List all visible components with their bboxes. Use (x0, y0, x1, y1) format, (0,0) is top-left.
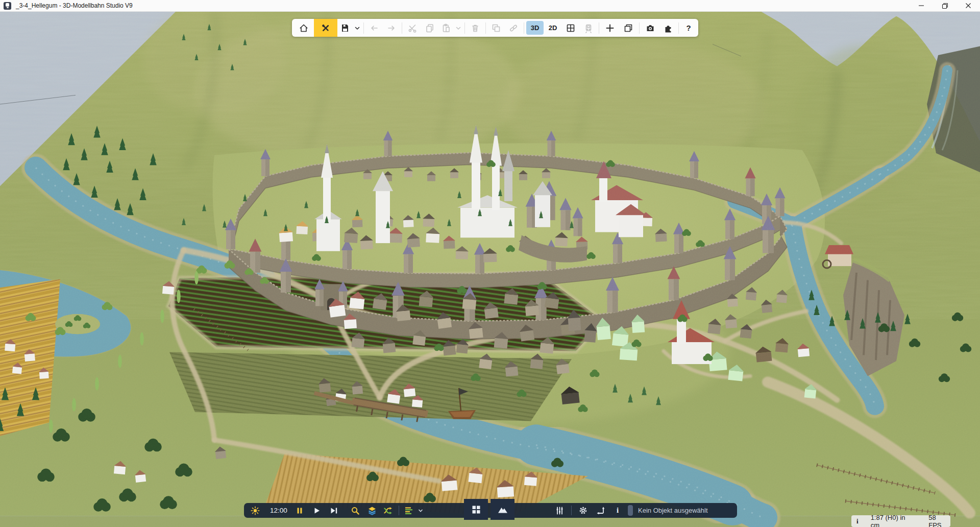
save-menu-chevron[interactable] (353, 19, 362, 37)
cut-button[interactable] (404, 19, 421, 37)
grid4-view-button[interactable] (464, 499, 488, 520)
tools-button[interactable] (314, 19, 337, 37)
list-chevron[interactable] (415, 503, 426, 518)
camera-screenshot-button[interactable] (641, 19, 659, 37)
home-button[interactable] (293, 19, 314, 37)
step-forward-button[interactable] (328, 503, 340, 518)
pause-button[interactable] (294, 503, 305, 518)
status-bar: i 1:87 (H0) in cm 58 FPS (851, 515, 950, 527)
plugin-button[interactable] (659, 19, 677, 37)
sliders-button[interactable] (552, 503, 567, 518)
list-button[interactable] (402, 503, 415, 518)
main-toolbar: 3D 2D ? (292, 19, 698, 37)
maximize-button[interactable] (933, 0, 957, 11)
group-button[interactable] (487, 19, 505, 37)
simulation-time[interactable]: 12:00 (264, 503, 293, 518)
copy-button[interactable] (421, 19, 438, 37)
viewport-3d[interactable] (0, 11, 980, 527)
info-icon[interactable]: i (856, 517, 859, 525)
selection-status: Kein Objekt ausgewählt (638, 503, 735, 518)
link-button[interactable] (505, 19, 522, 37)
view-3d-button[interactable]: 3D (526, 21, 544, 35)
selection-grip (628, 505, 633, 516)
terrain-view-button[interactable] (491, 499, 514, 520)
help-button[interactable]: ? (680, 19, 697, 37)
close-button[interactable] (957, 0, 980, 11)
paste-button[interactable] (438, 19, 454, 37)
texture-overlay (0, 11, 980, 516)
new-window-button[interactable] (619, 19, 638, 37)
redo-button[interactable] (383, 19, 400, 37)
info-button[interactable]: i (611, 503, 624, 518)
add-object-button[interactable] (601, 19, 619, 37)
zoom-button[interactable] (349, 503, 361, 518)
play-button[interactable] (311, 503, 323, 518)
train-view-button[interactable] (580, 19, 597, 37)
shuffle-button[interactable] (381, 503, 395, 518)
app-train-icon (4, 2, 11, 10)
delete-button[interactable] (467, 19, 484, 37)
grid-view-button[interactable] (561, 19, 580, 37)
undo-button[interactable] (365, 19, 383, 37)
window-title: _3-4_Hellegum - 3D-Modellbahn Studio V9 (16, 2, 133, 9)
save-button[interactable] (337, 19, 353, 37)
scale-indicator: 1:87 (H0) in cm (871, 514, 916, 527)
window-titlebar: _3-4_Hellegum - 3D-Modellbahn Studio V9 (0, 0, 980, 12)
move-tool-button[interactable] (593, 503, 608, 518)
layers-button[interactable] (365, 503, 379, 518)
minimize-button[interactable] (910, 0, 933, 11)
paste-menu-chevron[interactable] (454, 19, 463, 37)
settings-button[interactable] (576, 503, 590, 518)
fps-counter: 58 FPS (928, 514, 950, 527)
sun-icon[interactable] (249, 503, 261, 518)
application-window: { "window": { "title": "_3-4_Hellegum - … (0, 0, 980, 527)
view-2d-button[interactable]: 2D (544, 19, 561, 37)
